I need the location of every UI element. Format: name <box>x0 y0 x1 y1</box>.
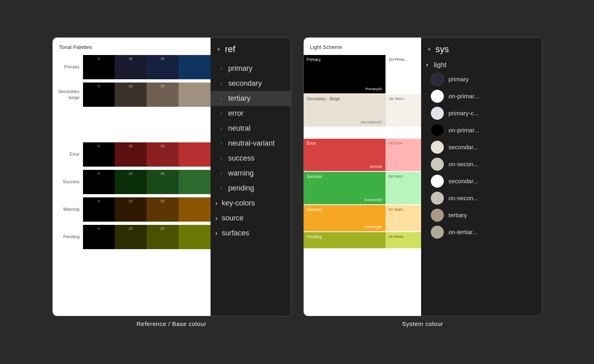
ref-tree-section: ▾ ref › primary › secondary › tertiary › <box>211 38 291 316</box>
palette-row-secondary: Secondary beige 0 10 20 <box>53 83 211 107</box>
sys-color-tertiary: tertiary <box>421 207 542 224</box>
color-block-pending: Pending <box>304 232 385 248</box>
color-label-primary: Primary <box>307 57 382 62</box>
color-block-row-success: Success Success50 On Succ... <box>304 172 421 204</box>
sys-label: sys <box>436 44 449 55</box>
chevron-right-icon: › <box>215 199 218 207</box>
color-block-error: Error Error50 <box>304 139 385 171</box>
swatch: 10 <box>115 142 147 167</box>
tree-parent-key-colors[interactable]: › key-colors <box>211 196 291 211</box>
tree-item-neutral-variant[interactable]: › neutral-variant <box>211 136 291 151</box>
color-swatch-tertiary <box>431 209 444 222</box>
chevron-right-icon: › <box>219 185 224 191</box>
sys-color-label-on-tertiary: on-tertiar... <box>449 229 478 235</box>
swatch: 0 <box>83 142 115 167</box>
spacer <box>53 110 211 142</box>
gap <box>304 127 421 139</box>
color-label-secondary: Secondary - Beige <box>307 97 382 101</box>
palette-success: Success 0 10 20 <box>53 170 211 194</box>
on-warning-label: On Warn... <box>389 207 418 212</box>
chevron-down-icon: ▾ <box>215 46 222 53</box>
on-primary-label: On Prima... <box>389 57 418 61</box>
color-swatch-secondary <box>431 141 444 154</box>
palette-row-success: Success 0 10 20 <box>53 170 211 194</box>
palette-label-error: Error <box>53 151 83 157</box>
tree-parent-label: source <box>222 214 244 222</box>
sys-color-on-secondary-container: on-secon... <box>421 190 542 207</box>
color-swatch-secondary-container <box>431 175 444 188</box>
on-secondary-label: On Seco... <box>389 97 418 101</box>
swatch <box>179 142 211 167</box>
swatch: 0 <box>83 55 115 79</box>
tonal-palettes-section: Tonal Palettes Primary 0 10 20 <box>53 38 211 316</box>
palette-label-secondary: Secondary beige <box>53 89 83 100</box>
chevron-right-icon: › <box>219 170 224 176</box>
tree-item-neutral[interactable]: › neutral <box>211 121 291 136</box>
sys-color-on-tertiary: on-tertiar... <box>421 224 542 241</box>
color-swatch-on-secondary-container <box>431 192 444 205</box>
swatch: 20 <box>147 197 179 222</box>
palette-label-pending: Pending <box>53 234 83 239</box>
on-success-label: On Succ... <box>389 174 418 178</box>
sys-color-label-secondary: secondar... <box>449 144 478 150</box>
color-block-on-success: On Succ... <box>385 172 421 204</box>
sys-color-on-primary-container: on-primar... <box>421 122 542 139</box>
right-panel-container: Light Scheme Primary Primary50 On Prima.… <box>303 37 542 327</box>
left-panel: Tonal Palettes Primary 0 10 20 <box>52 37 291 316</box>
swatch: 20 <box>147 170 179 194</box>
palette-row-warning: Warning 0 10 20 <box>53 197 211 222</box>
sys-tree-section: ▾ sys ▾ light primary on-primar... <box>421 38 542 316</box>
chevron-right-icon: › <box>219 80 224 86</box>
swatch: 0 <box>83 197 115 222</box>
sys-color-label-primary: primary <box>449 76 469 83</box>
tree-item-secondary[interactable]: › secondary <box>211 76 291 91</box>
swatch <box>179 83 211 107</box>
color-swatch-primary-container <box>431 107 444 120</box>
swatch <box>179 225 211 249</box>
chevron-right-icon: › <box>219 155 224 161</box>
swatch <box>179 55 211 79</box>
tree-item-success[interactable]: › success <box>211 151 291 166</box>
sys-color-label-on-secondary-container: on-secon... <box>449 195 479 201</box>
tree-item-warning[interactable]: › warning <box>211 166 291 181</box>
sys-color-label-on-primary-container: on-primar... <box>449 127 479 133</box>
on-error-label: On Error <box>389 141 418 145</box>
tree-parent-label: surfaces <box>222 229 249 237</box>
tree-item-pending[interactable]: › pending <box>211 181 291 196</box>
palette-primary: Primary 0 10 20 <box>53 55 211 79</box>
sys-header: ▾ sys <box>421 44 542 59</box>
swatch: 20 <box>147 55 179 79</box>
palette-swatches-warning: 0 10 20 <box>83 197 211 222</box>
chevron-down-icon: ▾ <box>426 46 432 53</box>
color-block-on-primary: On Prima... <box>385 55 421 93</box>
color-swatch-on-secondary <box>431 158 444 171</box>
palette-row-primary: Primary 0 10 20 <box>53 55 211 79</box>
swatch: 0 <box>83 170 115 194</box>
tree-item-error[interactable]: › error <box>211 106 291 121</box>
palette-row-error: Error 0 10 20 <box>53 142 211 167</box>
tree-parent-surfaces[interactable]: › surfaces <box>211 226 291 241</box>
color-label-error: Error <box>307 141 382 146</box>
swatch: 10 <box>115 55 147 79</box>
sys-tree-light[interactable]: ▾ light <box>421 59 542 71</box>
swatch <box>179 197 211 222</box>
swatch: 10 <box>115 170 147 194</box>
palette-swatches-secondary: 0 10 20 <box>83 83 211 107</box>
left-panel-label: Reference / Base colour <box>136 320 206 327</box>
chevron-right-icon: › <box>219 140 224 146</box>
chevron-right-icon: › <box>219 110 224 116</box>
sys-color-label-secondary-container: secondar... <box>449 178 478 184</box>
tree-item-label: success <box>228 154 255 163</box>
chevron-down-icon: ▾ <box>426 62 428 68</box>
palette-label-success: Success <box>53 179 83 184</box>
color-block-row-warning: Warning Warning50 On Warn... <box>304 205 421 231</box>
tree-item-tertiary[interactable]: › tertiary <box>211 91 291 106</box>
sys-color-on-primary: on-primar... <box>421 88 542 105</box>
ref-label: ref <box>225 44 236 55</box>
on-pending-label: On Pend... <box>389 235 418 239</box>
tree-parent-source[interactable]: › source <box>211 211 291 226</box>
tonal-palettes-title: Tonal Palettes <box>53 44 211 55</box>
sys-color-secondary: secondar... <box>421 139 542 156</box>
tree-item-primary[interactable]: › primary <box>211 61 291 76</box>
palette-swatches-primary: 0 10 20 <box>83 55 211 79</box>
